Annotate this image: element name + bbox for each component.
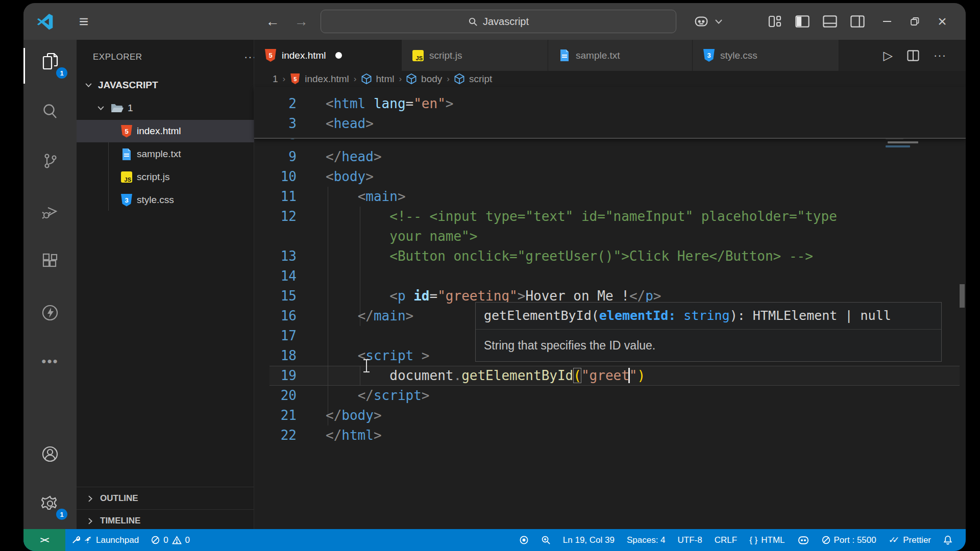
explorer-icon[interactable]: 1 xyxy=(23,46,77,77)
search-view-icon[interactable] xyxy=(23,96,77,127)
vscode-window: ≡ ← → Javascript × xyxy=(23,3,966,551)
prettier-label: Prettier xyxy=(903,535,931,545)
code-line[interactable]: 12 <!-- <input type="text" id="nameInput… xyxy=(254,207,966,227)
more-actions-icon[interactable]: ··· xyxy=(934,49,946,62)
brackets-icon: { } xyxy=(749,535,757,545)
code-line[interactable]: 9</head> xyxy=(254,147,966,167)
rocket-icon xyxy=(84,536,92,544)
code-line[interactable]: your name"> xyxy=(254,227,966,246)
code-token: </ xyxy=(358,308,374,323)
more-views-icon[interactable]: ••• xyxy=(23,346,77,377)
minimap-line xyxy=(888,141,918,143)
scrollbar-thumb[interactable] xyxy=(960,284,965,308)
code-line[interactable]: 11 <main> xyxy=(254,187,966,207)
code-line[interactable]: 20 </script> xyxy=(254,386,966,406)
line-number: 20 xyxy=(254,386,297,406)
close-button[interactable]: × xyxy=(932,3,952,40)
chevron-right-icon xyxy=(85,515,96,527)
remote-indicator[interactable]: >< xyxy=(23,529,65,551)
code-token: "greeting" xyxy=(437,288,518,304)
code-token: "greet xyxy=(581,368,629,383)
copilot-status-icon[interactable] xyxy=(791,529,816,551)
nav-back-icon[interactable]: ← xyxy=(261,3,284,40)
code-line[interactable]: 22</html> xyxy=(254,425,966,445)
code-token xyxy=(326,288,389,304)
outline-label: OUTLINE xyxy=(100,493,138,504)
outline-section[interactable]: OUTLINE xyxy=(77,487,262,510)
account-icon[interactable] xyxy=(23,439,77,469)
vscode-logo-icon xyxy=(35,3,55,40)
modified-dot-icon[interactable] xyxy=(335,52,342,59)
error-icon xyxy=(151,536,160,544)
menu-hamburger-icon[interactable]: ≡ xyxy=(72,3,95,40)
code-token: > xyxy=(406,308,414,323)
zoom-in-icon[interactable] xyxy=(535,529,557,551)
run-button-icon[interactable]: ▷ xyxy=(884,48,893,63)
file-label: sample.txt xyxy=(137,148,181,160)
code-editor[interactable]: 9</head>10<body>11 <main>12 <!-- <input … xyxy=(254,147,966,445)
hover-signature: getElementById(elementId: string): HTMLE… xyxy=(476,303,941,330)
code-text: <html lang="en"> xyxy=(326,94,454,114)
copilot-chevron-down-icon[interactable] xyxy=(712,3,726,40)
indentation[interactable]: Spaces: 4 xyxy=(621,529,672,551)
nav-forward-icon[interactable]: → xyxy=(290,3,312,40)
breadcrumb[interactable]: 1 › 5 index.html › html › body › script xyxy=(254,71,966,87)
breadcrumb-symbol[interactable]: body xyxy=(421,73,442,85)
customize-layout-icon[interactable] xyxy=(765,3,785,40)
restore-button[interactable] xyxy=(904,3,925,40)
toggle-primary-sidebar-icon[interactable] xyxy=(792,3,813,40)
notifications-bell-icon[interactable] xyxy=(937,529,959,551)
code-line[interactable]: 14 xyxy=(254,266,966,286)
code-token: document xyxy=(389,368,453,383)
workspace-section[interactable]: JAVASCRIPT xyxy=(77,74,260,96)
code-token: script xyxy=(365,348,413,363)
source-control-icon[interactable] xyxy=(23,145,77,176)
tab-style-css[interactable]: 3 style.css xyxy=(693,40,839,71)
live-server-port[interactable]: Port : 5500 xyxy=(816,529,883,551)
settings-gear-icon[interactable]: 1 xyxy=(23,488,77,519)
tab-script-js[interactable]: JS script.js xyxy=(402,40,548,71)
command-center-search[interactable]: Javascript xyxy=(321,10,676,33)
code-line[interactable]: 21</body> xyxy=(254,406,966,425)
line-col-label: Ln 19, Col 39 xyxy=(563,535,615,545)
tab-index-html[interactable]: 5 index.html xyxy=(254,40,402,71)
cursor-position[interactable]: Ln 19, Col 39 xyxy=(557,529,621,551)
breadcrumb-symbol[interactable]: script xyxy=(469,73,492,85)
breadcrumb-file[interactable]: index.html xyxy=(305,73,349,85)
run-debug-icon[interactable] xyxy=(23,196,77,227)
code-token: html xyxy=(334,96,366,111)
code-line[interactable]: 13 <Button onclick="greetUser()">Click H… xyxy=(254,246,966,266)
language-mode[interactable]: { } HTML xyxy=(743,529,791,551)
breadcrumb-separator: › xyxy=(447,74,450,84)
encoding[interactable]: UTF-8 xyxy=(672,529,708,551)
activity-bar: 1 ••• xyxy=(23,40,77,529)
minimize-button[interactable] xyxy=(877,3,897,40)
code-text: <body> xyxy=(326,167,374,187)
toggle-secondary-sidebar-icon[interactable] xyxy=(847,3,868,40)
breadcrumb-separator: › xyxy=(399,74,402,84)
extensions-icon[interactable] xyxy=(23,246,77,277)
breadcrumb-folder[interactable]: 1 xyxy=(273,73,278,85)
code-line[interactable]: 19 document.getElementById("greet") xyxy=(254,366,966,386)
live-server-icon[interactable] xyxy=(23,297,77,328)
launchpad-item[interactable]: Launchpad xyxy=(65,529,145,551)
folder-row[interactable]: 1 xyxy=(77,97,272,119)
code-line[interactable]: 10<body> xyxy=(254,167,966,187)
breadcrumb-symbol[interactable]: html xyxy=(376,73,395,85)
prettier-item[interactable]: ✓✓ Prettier xyxy=(883,529,937,551)
code-token: main xyxy=(365,189,398,204)
explorer-badge: 1 xyxy=(56,67,67,79)
code-token: main xyxy=(374,308,406,323)
problems-item[interactable]: 0 0 xyxy=(145,529,196,551)
toggle-panel-icon[interactable] xyxy=(820,3,840,40)
file-label: index.html xyxy=(137,126,181,137)
copilot-icon[interactable] xyxy=(691,3,712,40)
screencast-target-icon[interactable] xyxy=(513,529,535,551)
code-line[interactable]: 3<head> xyxy=(254,114,966,134)
line-number: 12 xyxy=(254,207,297,227)
code-line[interactable]: 2<html lang="en"> xyxy=(254,94,966,114)
tab-sample-txt[interactable]: sample.txt xyxy=(548,40,693,71)
status-bar: >< Launchpad 0 0 Ln 19, Col 39 Spaces: 4… xyxy=(23,529,966,551)
split-editor-icon[interactable] xyxy=(907,50,919,61)
eol-sequence[interactable]: CRLF xyxy=(708,529,743,551)
